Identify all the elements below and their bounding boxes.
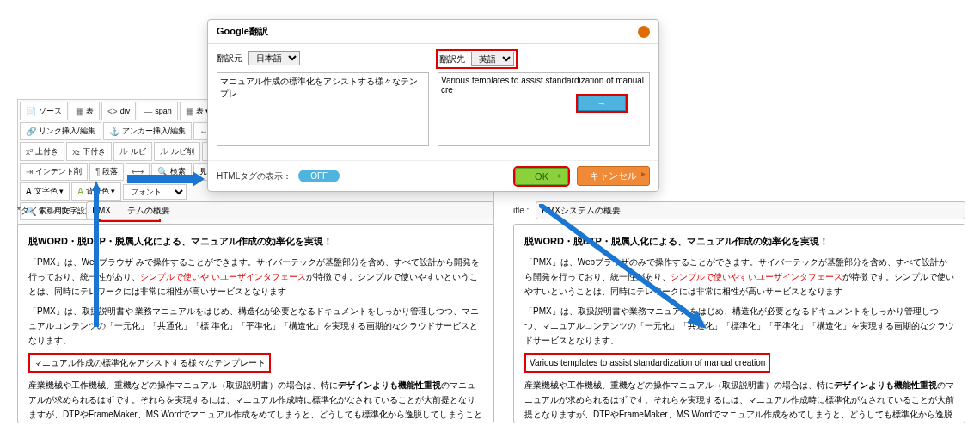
toolbar-btn-div[interactable]: <> div [101, 102, 136, 120]
google-translate-dialog: Google翻訳 翻訳元 日本語 翻訳先 英語 → HTMLタグの表示： OFF [207, 19, 659, 192]
svg-line-4 [539, 204, 694, 318]
上付き-icon: x² [26, 147, 33, 157]
source-text-area[interactable] [217, 72, 429, 146]
div-icon: <> [107, 107, 118, 116]
表 ▾-icon: ▦ [186, 107, 193, 116]
source-lang-select[interactable]: 日本語 [248, 51, 300, 65]
ルビ-icon: ル [119, 145, 128, 157]
target-lang-select[interactable]: 英語 [471, 52, 514, 66]
svg-marker-1 [92, 181, 101, 191]
title-label: *タイトル/title： [17, 205, 79, 217]
svg-rect-2 [127, 175, 194, 183]
html-tag-label: HTMLタグの表示： [217, 170, 291, 182]
toolbar-btn-span[interactable]: —span [138, 102, 178, 120]
close-icon[interactable] [638, 26, 650, 38]
表-icon: ▦ [76, 107, 83, 116]
cancel-button[interactable]: キャンセル [577, 166, 650, 186]
toolbar-btn-[interactable]: 📄ソース [20, 102, 68, 120]
arrow-up-icon [92, 181, 101, 327]
toolbar-btn-[interactable]: ¶段落 [89, 163, 124, 181]
toolbar-btn-[interactable]: 🔗リンク挿入/編集 [20, 122, 101, 140]
toolbar-btn-[interactable]: ⚓アンカー挿入/編集 [103, 122, 193, 140]
title-label-right: itle : [513, 206, 529, 215]
target-lang-label: 翻訳先 [439, 54, 465, 64]
リンク挿入/編集-icon: 🔗 [26, 127, 36, 136]
dialog-title: Google翻訳 [217, 25, 268, 38]
svg-marker-3 [193, 171, 205, 187]
toolbar-btn-[interactable]: ルルビ削 [154, 142, 200, 161]
下付き-icon: x₂ [72, 147, 80, 157]
toolbar-btn-[interactable]: x²上付き [20, 142, 64, 161]
highlight-source-text: マニュアル作成の標準化をアシストする様々なテンプレート [28, 353, 271, 373]
段落-icon: ¶ [95, 167, 100, 176]
インデント削-icon: ⇥ [26, 167, 33, 176]
highlight-translated-text: Various templates to assist standardizat… [524, 353, 770, 373]
toolbar-btn-[interactable]: ▦表 [70, 102, 100, 120]
ルビ削-icon: ル [160, 145, 168, 157]
toolbar-btn-[interactable]: ルルビ [113, 142, 152, 161]
toolbar-btn-[interactable]: ⇥インデント削 [20, 163, 88, 181]
span-icon: — [144, 107, 152, 116]
title-input-left[interactable] [86, 201, 494, 219]
title-row-left: *タイトル/title： [17, 201, 494, 219]
toolbar-btn-[interactable]: x₂下付き [66, 142, 112, 161]
source-lang-label: 翻訳元 [217, 53, 242, 63]
html-tag-toggle[interactable]: OFF [298, 170, 340, 182]
アンカー挿入/編集-icon: ⚓ [109, 127, 119, 136]
背景色 ▾-icon: A [77, 187, 83, 196]
ok-button[interactable]: OK [515, 168, 568, 185]
translate-arrow-button[interactable]: → [578, 96, 626, 111]
content-left: 脱WORD・脱DTP・脱属人化による、マニュアル作成の効率化を実現！ 「PMX」… [17, 224, 494, 423]
文字色 ▾-icon: A [26, 187, 32, 196]
arrow-right-icon [127, 171, 205, 187]
toolbar-btn-[interactable]: A文字色 ▾ [20, 182, 70, 201]
arrow-diagonal-icon [539, 204, 707, 329]
ソース-icon: 📄 [26, 107, 36, 116]
